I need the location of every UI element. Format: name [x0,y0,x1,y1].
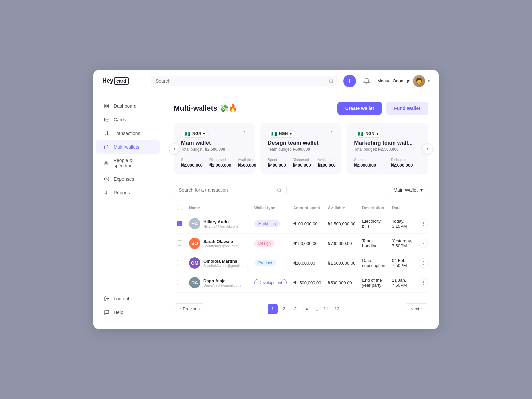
col-date: Date [389,202,415,214]
wallet-filter-label: Main Wallet [393,187,418,193]
row-checkbox[interactable] [177,240,182,246]
user-name: Sarah Olawale [203,239,238,244]
row-checkbox-cell [174,253,186,273]
transaction-search-input[interactable] [179,187,274,193]
col-description: Description [359,202,388,214]
row-action-button[interactable]: ⋮ [419,219,428,228]
chevron-down-icon: ▾ [420,187,423,193]
search-input[interactable] [156,78,326,84]
col-wallet-type: Wallet type [251,202,290,214]
sidebar-item-people[interactable]: People & spending [96,154,160,172]
chevron-down-icon: ▾ [428,79,430,83]
wallet-budget: Total budget: ₦2,500,000 [181,147,248,152]
transactions-table-container: Name Wallet type Amount spent Available … [174,202,428,293]
svg-point-9 [105,161,107,163]
flag-icon: 🇳🇬 [358,131,363,136]
main-content: Multi-wallets 💸🔥 Create wallet Fund Wall… [163,92,439,329]
sidebar-item-help[interactable]: Help [96,306,160,319]
sidebar-item-dashboard[interactable]: Dashboard [96,99,160,113]
dropdown-icon: ▾ [203,131,205,136]
fund-wallet-button[interactable]: Fund Wallet [386,102,428,115]
available-cell: ₦1,500,000.00 [324,214,359,234]
sidebar-item-cards[interactable]: Cards [96,113,160,126]
sidebar-item-expenses[interactable]: Expenses [96,172,160,186]
sidebar-item-reports[interactable]: Reports [96,186,160,199]
action-cell: ⋮ [415,234,428,253]
sidebar-item-label: Expenses [114,176,134,182]
search-icon [277,187,282,193]
add-button[interactable]: + [343,75,356,87]
card-icon [104,117,110,123]
notification-button[interactable] [361,75,373,87]
description-cell: Electricity bills [359,214,388,234]
wallet-filter-dropdown[interactable]: Main Wallet ▾ [388,184,428,196]
currency-badge: 🇳🇬 NGN ▾ [181,130,209,138]
row-action-button[interactable]: ⋮ [419,239,428,248]
sidebar-item-logout[interactable]: Log out [96,292,160,305]
row-checkbox[interactable] [177,280,182,285]
user-email: DapoAlaja@gmail.com [203,283,241,287]
logo-hey: Hey [102,77,113,84]
avatar: OM [189,257,200,269]
avatar: HA [189,218,200,229]
row-action-button[interactable]: ⋮ [419,258,428,268]
description-cell: Data subscription [359,253,388,273]
page-numbers: 1 2 3 4 ... 11 12 [268,304,342,314]
flag-icon: 🇳🇬 [185,131,190,136]
row-action-button[interactable]: ⋮ [419,278,428,287]
main-layout: Dashboard Cards Transactions [93,92,439,329]
table-header: Name Wallet type Amount spent Available … [174,202,428,214]
page-number-1[interactable]: 1 [268,304,278,314]
page-number-4[interactable]: 4 [302,304,312,314]
chevron-left-icon: ‹ [179,306,181,311]
nav-items: Dashboard Cards Transactions [93,99,163,285]
wallet-carousel-wrapper: ‹ 🇳🇬 NGN ▾ ⋮ Main wallet [174,123,428,174]
page-number-11[interactable]: 11 [321,304,331,314]
date-cell: Today, 3:15PM [389,214,415,234]
user-profile[interactable]: Manuel Ogomigo 🧑 ▾ [377,75,430,87]
row-checkbox[interactable] [177,260,182,265]
stat-disbursed: Disbursed ₦400,000 [293,158,311,168]
transaction-search[interactable] [174,184,287,196]
search-bar[interactable] [151,76,338,86]
dropdown-icon: ▾ [290,131,292,136]
col-amount-spent: Amount spent [290,202,325,214]
available-cell: ₦500,000.00 [324,273,359,293]
wallet-tag: Development [254,279,287,286]
date-cell: 04 Feb, 7:50PM [389,253,415,273]
logo-card: card [114,77,129,85]
stat-available: Available ₦500,000 [238,158,256,168]
sidebar-item-label: Transactions [114,131,140,136]
next-button[interactable]: Next › [405,303,428,314]
avatar: 🧑 [413,75,425,87]
previous-label: Previous [183,306,200,311]
description-cell: End of the year party [359,273,388,293]
svg-point-8 [108,147,108,148]
select-all-checkbox[interactable] [177,205,182,210]
stat-spent: Spent ₦400,000 [268,158,286,168]
page-number-12[interactable]: 12 [332,304,342,314]
page-number-2[interactable]: 2 [279,304,289,314]
sidebar-item-multi-wallets[interactable]: Multi-wallets [96,140,160,154]
carousel-next-button[interactable]: › [422,143,433,154]
wallet-budget: Total budget: ₦2,500,000 [354,147,421,152]
user-cell: DA Dapo Alaja DapoAlaja@gmail.com [186,273,251,293]
sidebar-bottom: Log out Help [93,288,163,323]
page-number-3[interactable]: 3 [290,304,300,314]
avatar: SO [189,238,200,249]
carousel-prev-button[interactable]: ‹ [169,143,180,154]
app-container: Hey card + Manuel Ogomigo 🧑 ▾ [93,70,439,329]
previous-button[interactable]: ‹ Previous [174,303,205,314]
wallet-more-button[interactable]: ⋮ [242,131,248,137]
row-checkbox[interactable]: ✓ [177,221,182,226]
people-icon [104,160,110,166]
col-name: Name [186,202,251,214]
wallet-name: Design team wallet [268,140,334,146]
wallet-type-cell: Product [251,253,290,273]
page-title: Multi-wallets 💸🔥 [174,104,237,113]
create-wallet-button[interactable]: Create wallet [337,102,382,115]
sidebar-item-transactions[interactable]: Transactions [96,127,160,140]
wallet-more-button[interactable]: ⋮ [415,131,421,137]
date-cell: 21 Jan, 7:50PM [389,273,415,293]
wallet-more-button[interactable]: ⋮ [328,131,334,137]
